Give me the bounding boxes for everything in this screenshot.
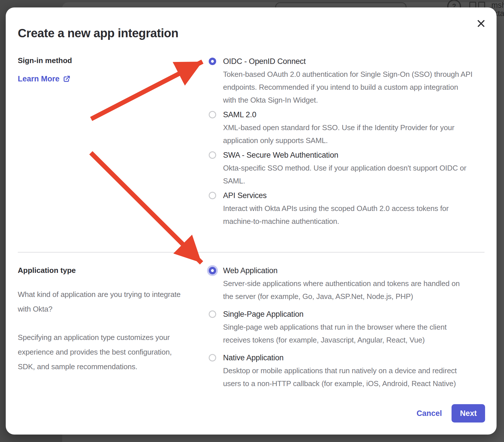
radio-web-application-selected[interactable]	[209, 267, 216, 274]
application-type-options: Web Application Server-side applications…	[209, 264, 460, 395]
option-single-page-application-label[interactable]: Single-Page Application	[223, 308, 447, 321]
radio-saml[interactable]	[209, 111, 216, 118]
radio-oidc-selected[interactable]	[209, 58, 216, 65]
option-single-page-application: Single-Page Application Single-page web …	[209, 308, 460, 347]
section-divider	[18, 252, 485, 253]
option-swa: SWA - Secure Web Authentication Okta-spe…	[209, 149, 472, 187]
option-native-application-description: Desktop or mobile applications that run …	[223, 364, 457, 390]
option-saml-description: XML-based open standard for SSO. Use if …	[223, 121, 454, 147]
option-native-application-label[interactable]: Native Application	[223, 351, 457, 364]
option-oidc-label[interactable]: OIDC - OpenID Connect	[223, 55, 472, 68]
sign-in-method-options: OIDC - OpenID Connect Token-based OAuth …	[209, 55, 472, 230]
radio-swa[interactable]	[209, 151, 216, 159]
option-saml-label[interactable]: SAML 2.0	[223, 108, 454, 121]
learn-more-link[interactable]: Learn More	[18, 73, 71, 85]
option-swa-description: Okta-specific SSO method. Use if your ap…	[223, 162, 466, 187]
external-link-icon	[63, 75, 71, 83]
application-type-heading: Application type	[18, 264, 76, 277]
background-account-text: msh	[491, 1, 504, 9]
next-button[interactable]: Next	[452, 404, 485, 423]
option-oidc-description: Token-based OAuth 2.0 authentication for…	[223, 68, 472, 107]
option-single-page-application-description: Single-page web applications that run in…	[223, 321, 447, 347]
learn-more-label: Learn More	[18, 73, 60, 85]
radio-single-page-application[interactable]	[209, 310, 216, 318]
cancel-button[interactable]: Cancel	[414, 409, 445, 418]
arrow-to-oidc	[91, 62, 202, 119]
option-swa-label[interactable]: SWA - Secure Web Authentication	[223, 149, 466, 162]
page: { "background": { "user_text_line1": "ms…	[0, 0, 504, 442]
option-saml: SAML 2.0 XML-based open standard for SSO…	[209, 108, 472, 147]
application-type-question: What kind of application are you trying …	[18, 287, 181, 316]
create-app-integration-dialog: Create a new app integration Sign-in met…	[6, 7, 497, 435]
option-api-services: API Services Interact with Okta APIs usi…	[209, 189, 472, 228]
radio-api-services[interactable]	[209, 192, 216, 199]
option-web-application-description: Server-side applications where authentic…	[223, 277, 460, 303]
dialog-footer: Cancel Next	[414, 404, 485, 423]
application-type-explanation: Specifying an application type customize…	[18, 330, 172, 374]
arrow-to-web-application	[91, 153, 202, 263]
dialog-title: Create a new app integration	[18, 26, 178, 40]
option-web-application-label[interactable]: Web Application	[223, 264, 460, 277]
option-oidc: OIDC - OpenID Connect Token-based OAuth …	[209, 55, 472, 107]
close-icon[interactable]	[476, 18, 486, 29]
radio-native-application[interactable]	[209, 354, 216, 361]
sign-in-method-heading: Sign-in method	[18, 54, 72, 67]
option-native-application: Native Application Desktop or mobile app…	[209, 351, 460, 390]
option-web-application: Web Application Server-side applications…	[209, 264, 460, 303]
option-api-services-label[interactable]: API Services	[223, 189, 449, 202]
option-api-services-description: Interact with Okta APIs using the scoped…	[223, 202, 449, 228]
